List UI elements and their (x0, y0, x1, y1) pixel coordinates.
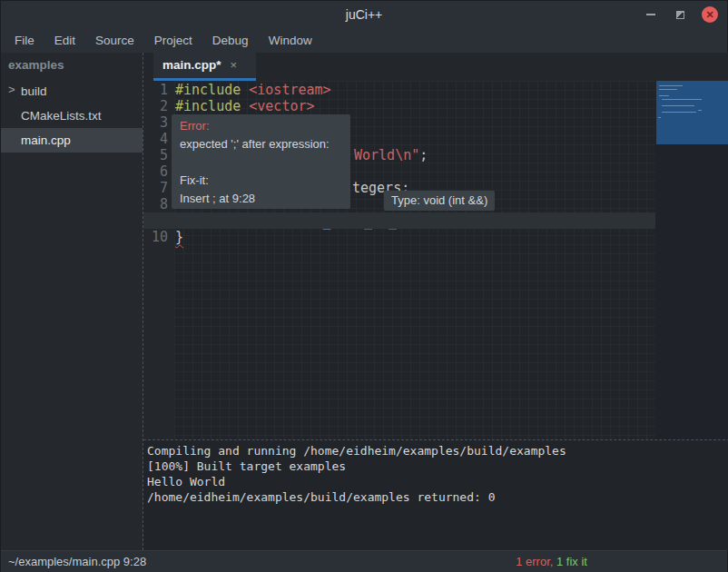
menu-item-edit[interactable]: Edit (44, 30, 85, 51)
line-number: 1 (143, 82, 174, 98)
error-tooltip-title: Error: (180, 117, 342, 135)
restore-icon (676, 11, 684, 19)
error-tooltip: Error: expected ';' after expression: Fi… (172, 114, 350, 209)
tree-item-cmakelists-txt[interactable]: CMakeLists.txt (1, 104, 143, 128)
status-file-location: ~/examples/main.cpp 9:28 (8, 555, 146, 568)
status-error-count[interactable]: 1 error, (516, 555, 556, 568)
overview-map-column (655, 81, 728, 439)
terminal-output-line: [100%] Built target examples (147, 459, 728, 474)
code-segment: <iostream> (249, 82, 330, 98)
code-segment: ; (419, 147, 428, 163)
minimap-code-stroke (659, 95, 669, 96)
error-tooltip-message: expected ';' after expression: (180, 135, 342, 153)
tree-item-label: CMakeLists.txt (21, 109, 102, 123)
terminal-output-line: Compiling and running /home/eidheim/exam… (147, 443, 728, 459)
line-number: 7 (143, 180, 174, 196)
fixit-tooltip-line: Insert ; at 9:28 (180, 190, 342, 208)
code-segment: World\n" (354, 147, 419, 163)
line-number: 2 (143, 98, 174, 114)
menu-item-project[interactable]: Project (144, 30, 202, 51)
status-diagnostics: 1 error, 1 fix it (516, 555, 587, 568)
menu-item-window[interactable]: Window (259, 30, 322, 51)
minimap-code-stroke (698, 110, 702, 111)
minimap-code-stroke (662, 99, 702, 100)
minimap-code-stroke (662, 112, 696, 113)
menu-item-debug[interactable]: Debug (202, 30, 259, 51)
minimap-code-stroke (662, 105, 694, 106)
file-tree: >buildCMakeLists.txtmain.cpp (1, 79, 143, 153)
tab-bar: main.cpp* × (143, 53, 728, 81)
expander-chevron-icon[interactable]: > (8, 83, 15, 96)
tab-main-cpp[interactable]: main.cpp* × (153, 53, 256, 81)
file-tree-panel: examples >buildCMakeLists.txtmain.cpp (1, 53, 143, 550)
line-number: 6 (143, 163, 174, 180)
tree-item-label: main.cpp (21, 133, 71, 147)
restore-button[interactable] (669, 1, 691, 28)
minimap[interactable] (656, 81, 728, 144)
code-segment: <vector> (249, 98, 314, 114)
minimap-code-stroke (659, 85, 683, 86)
tab-label: main.cpp* (162, 58, 221, 72)
line-number: 10 (143, 229, 174, 245)
terminal-output-line: /home/eidheim/examples/build/examples re… (147, 489, 728, 505)
line-number: 5 (143, 147, 174, 163)
menu-item-file[interactable]: File (5, 30, 44, 51)
line-text: #include <iostream> (174, 82, 331, 98)
code-line-1[interactable]: 1#include <iostream> (143, 82, 655, 98)
menu-bar: FileEditSourceProjectDebugWindow (1, 28, 727, 53)
line-number: 4 (143, 131, 174, 147)
line-text: #include <vector> (174, 98, 315, 114)
minimize-button[interactable] (640, 1, 662, 28)
code-segment: #include (175, 82, 249, 98)
current-line-highlight (143, 212, 655, 229)
minimap-code-stroke (659, 89, 677, 90)
status-bar: ~/examples/main.cpp 9:28 1 error, 1 fix … (1, 550, 727, 572)
minimize-icon (646, 14, 655, 15)
close-icon: ✕ (702, 6, 718, 23)
terminal-output-line: Hello World (147, 474, 728, 489)
line-number: 3 (143, 114, 174, 131)
minimap-code-stroke (658, 117, 661, 118)
status-fixit-count[interactable]: 1 fix it (556, 555, 587, 568)
tab-close-icon[interactable]: × (231, 58, 238, 72)
app-window: juCi++ ✕ FileEditSourceProjectDebugWindo… (0, 0, 728, 572)
type-tooltip: Type: void (int &&) (384, 191, 495, 211)
code-segment: } (175, 229, 183, 245)
tree-item-build[interactable]: >build (1, 79, 143, 104)
error-tooltip-spacer (180, 153, 342, 172)
fixit-tooltip-title: Fix-it: (180, 172, 342, 190)
line-text: } (174, 229, 183, 245)
window-title: juCi++ (1, 7, 727, 22)
tree-item-label: build (21, 84, 47, 98)
project-name-header: examples (1, 53, 143, 79)
title-bar: juCi++ ✕ (1, 1, 727, 28)
menu-item-source[interactable]: Source (85, 30, 144, 51)
tree-item-main-cpp[interactable]: main.cpp (1, 128, 143, 153)
close-button[interactable]: ✕ (698, 1, 722, 28)
code-line-10[interactable]: 10} (143, 229, 655, 245)
build-output-terminal[interactable]: Compiling and running /home/eidheim/exam… (143, 439, 728, 550)
code-line-2[interactable]: 2#include <vector> (143, 98, 655, 114)
code-segment: #include (175, 98, 249, 114)
line-number: 8 (143, 196, 174, 212)
